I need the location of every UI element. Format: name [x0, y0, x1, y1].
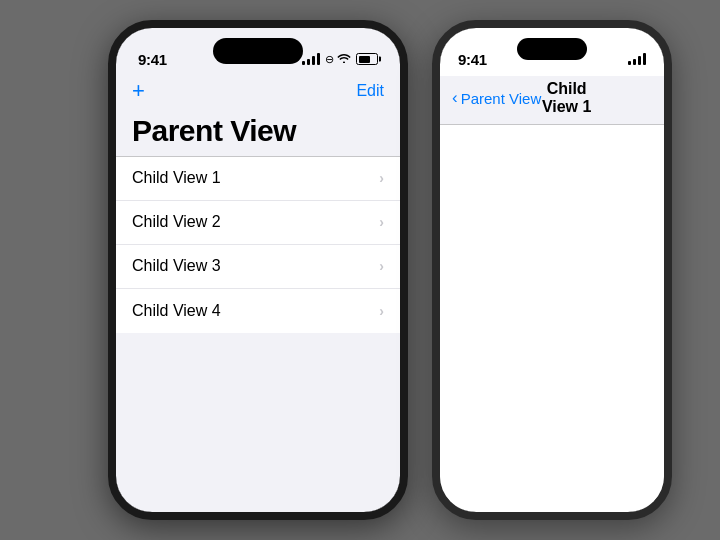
large-title-container: Parent View — [116, 110, 400, 156]
signal-icon — [302, 53, 320, 65]
list-item[interactable]: Child View 4 › — [116, 289, 400, 333]
child-nav-bar: ‹ Parent View Child View 1 — [440, 76, 664, 125]
wifi-icon: ⊖ — [325, 52, 351, 66]
chevron-icon: › — [379, 214, 384, 230]
page-title: Parent View — [132, 114, 384, 148]
list-item[interactable]: Child View 3 › — [116, 245, 400, 289]
list-item[interactable]: Child View 2 › — [116, 201, 400, 245]
chevron-icon: › — [379, 303, 384, 319]
dynamic-island — [213, 38, 303, 64]
add-button[interactable]: + — [132, 80, 145, 102]
child-view-title: Child View 1 — [541, 80, 592, 116]
child-list: Child View 1 › Child View 2 › Child View… — [116, 157, 400, 333]
back-chevron-icon: ‹ — [452, 88, 458, 108]
chevron-icon: › — [379, 170, 384, 186]
signal-icon-right — [628, 53, 646, 65]
list-item-label: Child View 1 — [132, 169, 221, 187]
list-item-label: Child View 4 — [132, 302, 221, 320]
dynamic-island-right — [517, 38, 587, 60]
status-icons-right — [628, 53, 646, 65]
status-icons: ⊖ — [302, 52, 378, 66]
list-item-label: Child View 2 — [132, 213, 221, 231]
child-content — [440, 125, 664, 509]
nav-bar: + Edit — [116, 76, 400, 110]
status-time: 9:41 — [138, 51, 167, 68]
back-button[interactable]: ‹ Parent View — [452, 88, 541, 108]
chevron-icon: › — [379, 258, 384, 274]
battery-icon — [356, 53, 378, 65]
list-item-label: Child View 3 — [132, 257, 221, 275]
back-button-label: Parent View — [461, 90, 542, 107]
right-phone: 9:41 ‹ Parent View Child View 1 — [432, 20, 672, 520]
list-item[interactable]: Child View 1 › — [116, 157, 400, 201]
left-phone: 9:41 ⊖ + Ed — [108, 20, 408, 520]
edit-button[interactable]: Edit — [356, 82, 384, 100]
status-time-right: 9:41 — [458, 51, 487, 68]
